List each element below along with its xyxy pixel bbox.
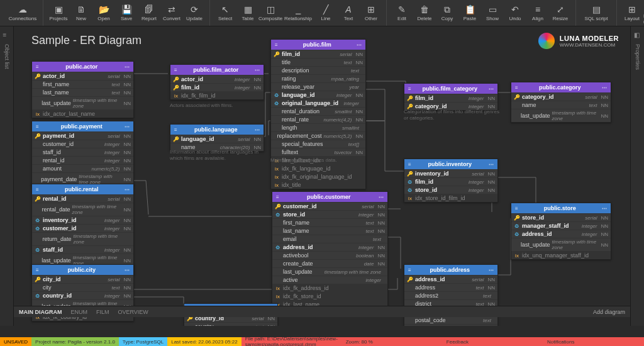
- text-button[interactable]: AText: [337, 1, 360, 26]
- column-row[interactable]: 🔑payment_idserialNN: [32, 131, 133, 140]
- column-row[interactable]: 🔑language_idserialNN: [170, 135, 264, 143]
- composite-button[interactable]: ◫Composite: [259, 1, 282, 26]
- column-row[interactable]: 🔑category_idserialNN: [511, 92, 611, 101]
- undo-button[interactable]: ↶Undo: [504, 1, 526, 26]
- entity-header[interactable]: ≡public.film_category⋯: [404, 84, 497, 94]
- column-row[interactable]: activeboolbooleanNN: [272, 251, 387, 259]
- column-row[interactable]: 🔑customer_idserialNN: [272, 202, 387, 210]
- tab-film[interactable]: FILM: [96, 309, 109, 315]
- column-row[interactable]: 🔑film_idintegerNN: [404, 94, 497, 102]
- column-row[interactable]: first_nametextNN: [32, 80, 133, 88]
- align-button[interactable]: ≡Align: [526, 1, 549, 26]
- tab-overview[interactable]: OVERVIEW: [118, 309, 148, 315]
- column-row[interactable]: ⯐customer_idintegerNN: [32, 224, 133, 232]
- entity-actor[interactable]: ≡public.actor⋯🔑actor_idserialNNfirst_nam…: [31, 61, 134, 118]
- column-row[interactable]: ⯐language_idintegerNN: [271, 91, 365, 99]
- column-row[interactable]: activeinteger: [272, 276, 387, 284]
- add-diagram-button[interactable]: Add diagram: [593, 309, 625, 315]
- column-row[interactable]: create_datedateNN: [272, 259, 387, 267]
- column-row[interactable]: ⯐address_idintegerNN: [511, 230, 611, 238]
- edit-button[interactable]: ✎Edit: [391, 1, 413, 26]
- table-button[interactable]: ▦Table: [236, 1, 259, 26]
- entity-film[interactable]: ≡public.film⋯🔑film_idserialNNtitletextNN…: [270, 39, 366, 189]
- column-row[interactable]: last_updatetimestamp with time zoneNN: [32, 96, 133, 109]
- column-row[interactable]: release_yearyear: [271, 82, 365, 91]
- report-button[interactable]: 🗐Report: [138, 1, 160, 26]
- column-row[interactable]: last_updatetimestamp with time zoneNN: [511, 109, 611, 122]
- column-row[interactable]: return_datetimestamp with time zone: [32, 232, 133, 245]
- copy-button[interactable]: ⧉Copy: [436, 1, 458, 26]
- tab-main[interactable]: MAIN DIAGRAM: [19, 309, 62, 315]
- column-row[interactable]: rental_idintegerNN: [32, 156, 133, 164]
- line-button[interactable]: ╱Line: [314, 1, 337, 26]
- entity-category[interactable]: ≡public.category⋯🔑category_idserialNNnam…: [511, 82, 611, 123]
- column-row[interactable]: last_updatetimestamp with time zone: [272, 267, 387, 276]
- column-row[interactable]: ⯐staff_idintegerNN: [32, 245, 133, 254]
- column-row[interactable]: ⯐store_idintegerNN: [404, 186, 497, 194]
- entity-customer[interactable]: ≡public.customer⋯🔑customer_idserialNN⯐st…: [272, 191, 388, 309]
- save-button[interactable]: 💾Save: [115, 1, 138, 26]
- status-zoom[interactable]: Zoom: 80 %: [342, 337, 443, 346]
- entity-header[interactable]: ≡public.customer⋯: [272, 192, 387, 202]
- entity-header[interactable]: ≡public.address⋯: [404, 265, 497, 275]
- delete-button[interactable]: 🗑Delete: [413, 1, 436, 26]
- entity-header[interactable]: ≡public.city⋯: [32, 265, 133, 275]
- column-row[interactable]: ⯐address_idintegerNN: [272, 243, 387, 251]
- column-row[interactable]: phonetextNN: [404, 324, 497, 326]
- paste-button[interactable]: 📋Paste: [458, 1, 481, 26]
- select-button[interactable]: ↖Select: [214, 1, 236, 26]
- properties-tab[interactable]: Properties: [635, 42, 641, 72]
- entity-header[interactable]: ≡public.inventory⋯: [404, 159, 497, 169]
- column-row[interactable]: rental_datetimestamp with time zoneNN: [32, 203, 133, 216]
- column-row[interactable]: last_nametextNN: [32, 88, 133, 96]
- sql-button[interactable]: ▤SQL script: [580, 1, 613, 26]
- update-button[interactable]: ⟳Update: [183, 1, 206, 26]
- status-notifications[interactable]: Notifications: [543, 337, 644, 346]
- column-row[interactable]: last_nametextNN: [272, 226, 387, 235]
- entity-film-actor[interactable]: ≡public.film_actor⋯🔑actor_idintegerNN🔑fi…: [170, 64, 264, 100]
- entity-header[interactable]: ≡public.payment⋯: [32, 121, 133, 131]
- column-row[interactable]: 🔑actor_idintegerNN: [170, 75, 264, 83]
- tab-enum[interactable]: ENUM: [71, 309, 88, 315]
- column-row[interactable]: 🔑store_idserialNN: [511, 213, 611, 221]
- column-row[interactable]: ⯐original_language_idinteger: [271, 99, 365, 107]
- column-row[interactable]: 🔑city_idserialNN: [32, 275, 133, 283]
- object-list-tab[interactable]: Object list: [4, 42, 10, 72]
- column-row[interactable]: amountnumeric(5,2)NN: [32, 164, 133, 172]
- column-row[interactable]: ⯐store_idintegerNN: [272, 210, 387, 218]
- index-row[interactable]: ixidx_fk_address_id: [272, 284, 387, 292]
- entity-header[interactable]: ≡public.rental⋯: [32, 184, 133, 194]
- column-row[interactable]: rental_ratenumeric(4,2)NN: [271, 115, 365, 123]
- column-row[interactable]: staff_idintegerNN: [32, 148, 133, 156]
- index-row[interactable]: ixidx_fk_original_language_id: [271, 172, 365, 181]
- column-row[interactable]: replacement_costnumeric(5,2)NN: [271, 131, 365, 140]
- column-row[interactable]: ⯐country_idintegerNN: [32, 291, 133, 299]
- column-row[interactable]: citytextNN: [32, 283, 133, 291]
- column-row[interactable]: descriptiontext: [271, 66, 365, 74]
- entity-header[interactable]: ≡public.film⋯: [271, 40, 365, 50]
- column-row[interactable]: ⯐manager_staff_idintegerNN: [511, 221, 611, 230]
- column-row[interactable]: 🔑film_idserialNN: [271, 50, 365, 58]
- index-row[interactable]: ixidx_store_id_film_id: [404, 194, 497, 202]
- index-row[interactable]: ixidx_fk_film_id: [170, 91, 264, 99]
- column-row[interactable]: first_nametextNN: [272, 218, 387, 226]
- entity-payment[interactable]: ≡public.payment⋯🔑payment_idserialNNcusto…: [31, 121, 134, 186]
- index-row[interactable]: ixidx_title: [271, 181, 365, 189]
- column-row[interactable]: lengthsmallint: [271, 123, 365, 131]
- open-button[interactable]: 📂Open: [92, 1, 115, 26]
- entity-header[interactable]: ≡public.language⋯: [170, 125, 264, 135]
- column-row[interactable]: 🔑actor_idserialNN: [32, 72, 133, 80]
- other-button[interactable]: ⊞Other: [360, 1, 382, 26]
- column-row[interactable]: titletextNN: [271, 58, 365, 66]
- index-row[interactable]: ixidx_unq_manager_staff_id: [511, 251, 611, 259]
- projects-button[interactable]: ▣Projects: [47, 1, 70, 26]
- column-row[interactable]: 🔑inventory_idserialNN: [404, 169, 497, 177]
- column-row[interactable]: 🔑address_idserialNN: [404, 275, 497, 283]
- resize-button[interactable]: ⤢Resize: [549, 1, 572, 26]
- entity-rental[interactable]: ≡public.rental⋯🔑rental_idserialNNrental_…: [31, 184, 134, 276]
- column-row[interactable]: countrytextNN: [184, 322, 277, 326]
- relationship-button[interactable]: ⎯Relationship: [282, 1, 314, 26]
- index-row[interactable]: ixidx_fk_store_id: [272, 292, 387, 300]
- show-button[interactable]: ▭Show: [481, 1, 504, 26]
- column-row[interactable]: 🔑rental_idserialNN: [32, 194, 133, 203]
